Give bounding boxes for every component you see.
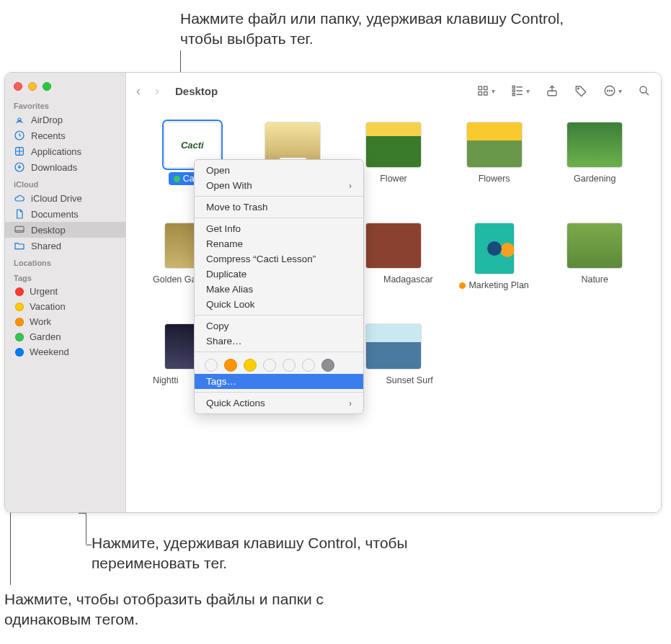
ctx-tag-colors: [195, 355, 363, 374]
sidebar-item-shared[interactable]: Shared: [5, 238, 125, 254]
airdrop-icon: [14, 114, 25, 125]
ctx-share[interactable]: Share…: [195, 334, 363, 349]
ctx-quicklook[interactable]: Quick Look: [195, 297, 363, 312]
sidebar-label: Documents: [31, 209, 79, 220]
ctx-openwith[interactable]: Open With›: [195, 178, 363, 193]
ctx-getinfo[interactable]: Get Info: [195, 221, 363, 236]
ctx-rename[interactable]: Rename: [195, 236, 363, 251]
svg-point-15: [607, 90, 608, 91]
svg-rect-7: [479, 92, 482, 96]
folder-icon: [14, 240, 25, 251]
sidebar-label: Urgent: [30, 286, 58, 297]
sidebar-section-tags: Tags: [5, 269, 125, 284]
tag-color-orange[interactable]: [224, 359, 237, 372]
annotation-bot: Нажмите, чтобы отобразить файлы и папки …: [4, 589, 408, 630]
callout-line-work: [10, 513, 11, 585]
sidebar-label: Weekend: [30, 346, 69, 357]
ctx-quickactions[interactable]: Quick Actions›: [195, 395, 363, 411]
file-item[interactable]: Nature: [546, 223, 644, 323]
sidebar-label: AirDrop: [31, 115, 63, 125]
sidebar-label: iCloud Drive: [31, 193, 82, 204]
tag-color-empty[interactable]: [263, 359, 276, 372]
svg-point-13: [577, 88, 579, 89]
tag-color-empty[interactable]: [283, 359, 295, 372]
context-menu: Open Open With› Move to Trash Get Info R…: [194, 159, 364, 414]
share-button[interactable]: [546, 84, 559, 97]
file-thumbnail: [566, 122, 623, 168]
sidebar-item-airdrop[interactable]: AirDrop: [5, 112, 125, 128]
separator: [195, 352, 363, 352]
group-button[interactable]: ▾: [511, 84, 530, 97]
finder-window: Favorites AirDrop Recents Applications D…: [4, 72, 662, 513]
back-button[interactable]: ‹: [136, 84, 141, 99]
file-thumbnail: [365, 323, 422, 370]
ctx-duplicate[interactable]: Duplicate: [195, 267, 363, 282]
svg-rect-6: [484, 86, 488, 90]
sidebar-tag-weekend[interactable]: Weekend: [5, 344, 125, 359]
separator: [195, 218, 363, 218]
sidebar-item-desktop[interactable]: Desktop: [5, 222, 125, 238]
file-name: Gardening: [569, 172, 621, 185]
tag-dot-icon: [15, 318, 24, 326]
file-item[interactable]: Marketing Plan: [445, 223, 543, 323]
file-tag-icon: [174, 176, 180, 182]
file-thumbnail: [466, 122, 523, 168]
tag-color-empty[interactable]: [302, 359, 315, 372]
sidebar-label: Applications: [31, 146, 81, 157]
x: [86, 545, 90, 545]
minimize-button[interactable]: [28, 82, 37, 91]
applications-icon: [14, 146, 25, 157]
sidebar-label: Recents: [31, 130, 66, 141]
sidebar-tag-garden[interactable]: Garden: [5, 329, 125, 344]
sidebar-label: Work: [30, 316, 51, 327]
sidebar-tag-work[interactable]: Work: [5, 314, 125, 329]
tag-dot-icon: [15, 348, 24, 357]
ctx-tags[interactable]: Tags…: [195, 374, 363, 389]
cloud-icon: [14, 192, 25, 204]
file-item[interactable]: Gardening: [546, 122, 644, 223]
toolbar-right: ▾ ▾ ▾: [476, 84, 651, 97]
toolbar: ‹ › Desktop ▾ ▾: [126, 73, 661, 109]
ctx-open[interactable]: Open: [195, 163, 363, 178]
window-controls: [5, 77, 125, 97]
zoom-button[interactable]: [43, 82, 51, 91]
window-title: Desktop: [175, 85, 218, 97]
tags-button[interactable]: [574, 84, 587, 97]
file-name: Nightti: [148, 374, 183, 387]
tag-dot-icon: [15, 287, 24, 296]
file-item[interactable]: Flowers: [445, 122, 543, 223]
ctx-trash[interactable]: Move to Trash: [195, 200, 363, 215]
sidebar-tag-vacation[interactable]: Vacation: [5, 299, 125, 314]
sidebar-tag-urgent[interactable]: Urgent: [5, 284, 125, 299]
sidebar-item-recents[interactable]: Recents: [5, 128, 125, 143]
tag-color-none[interactable]: [205, 359, 218, 372]
file-tag-icon: [459, 282, 466, 289]
chevron-down-icon: ▾: [618, 87, 622, 95]
ctx-copy[interactable]: Copy: [195, 318, 363, 334]
sidebar-item-icloud-drive[interactable]: iCloud Drive: [5, 190, 125, 206]
forward-button[interactable]: ›: [155, 84, 159, 99]
sidebar-item-applications[interactable]: Applications: [5, 143, 125, 159]
ctx-compress[interactable]: Compress “Cacti Lesson”: [195, 251, 363, 267]
svg-point-17: [611, 90, 612, 91]
tag-color-yellow[interactable]: [244, 359, 257, 372]
annotation-top: Нажмите файл или папку, удерживая клавиш…: [180, 9, 584, 50]
tag-dot-icon: [15, 303, 24, 311]
tag-color-gray[interactable]: [321, 359, 334, 372]
ctx-alias[interactable]: Make Alias: [195, 282, 363, 297]
file-thumbnail: [365, 223, 422, 269]
close-button[interactable]: [14, 82, 22, 91]
sidebar-item-downloads[interactable]: Downloads: [5, 159, 125, 175]
svg-rect-8: [484, 92, 488, 96]
file-thumbnail: [365, 122, 422, 168]
more-button[interactable]: ▾: [603, 84, 622, 97]
file-name: Flowers: [474, 172, 515, 185]
svg-rect-9: [512, 86, 515, 88]
document-icon: [14, 208, 25, 220]
view-mode-button[interactable]: ▾: [476, 84, 495, 97]
search-button[interactable]: [638, 84, 651, 97]
sidebar-item-documents[interactable]: Documents: [5, 206, 125, 222]
downloads-icon: [14, 161, 25, 173]
nav-arrows: ‹ ›: [136, 84, 159, 99]
separator: [195, 392, 363, 393]
